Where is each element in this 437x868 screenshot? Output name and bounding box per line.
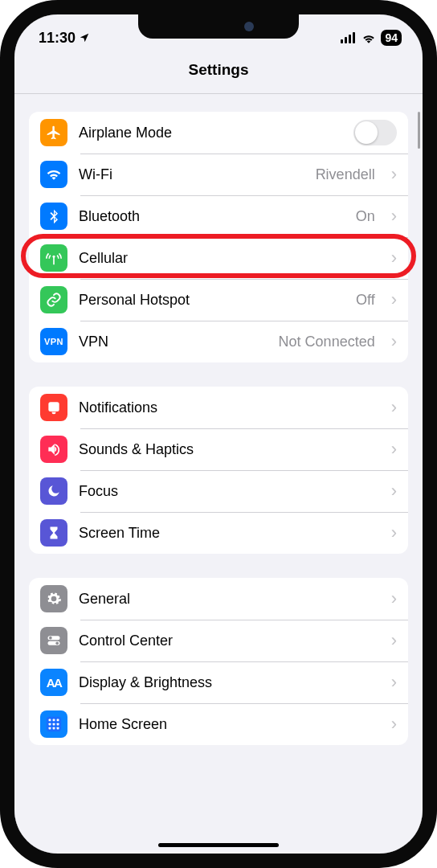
svg-rect-16: [49, 727, 51, 730]
row-detail: Off: [356, 292, 375, 309]
svg-rect-14: [53, 723, 55, 726]
settings-row-vpn[interactable]: VPNVPNNot Connected›: [29, 321, 408, 362]
wifi-icon: [40, 161, 67, 188]
homescreen-icon: [40, 710, 67, 738]
settings-row-focus[interactable]: Focus›: [29, 470, 408, 512]
scroll-indicator[interactable]: [418, 112, 420, 149]
hotspot-icon: [40, 286, 67, 313]
chevron-right-icon: ›: [391, 715, 397, 733]
row-label: Notifications: [79, 399, 375, 416]
svg-rect-2: [349, 35, 351, 43]
device-frame: 11:30 94 Settings Airplane ModeWi-FiRive…: [0, 0, 437, 868]
settings-row-control[interactable]: Control Center›: [29, 620, 408, 661]
settings-row-wifi[interactable]: Wi-FiRivendell›: [29, 154, 408, 195]
settings-row-notifications[interactable]: Notifications›: [29, 387, 408, 428]
row-label: Cellular: [79, 250, 375, 267]
bluetooth-icon: [40, 203, 67, 230]
battery-level: 94: [381, 30, 402, 46]
svg-rect-0: [341, 39, 343, 43]
row-label: General: [79, 591, 375, 608]
notch: [138, 14, 299, 39]
chevron-right-icon: ›: [391, 291, 397, 309]
settings-group: General›Control Center›AADisplay & Brigh…: [29, 578, 408, 745]
sounds-icon: [40, 436, 67, 463]
svg-rect-3: [353, 32, 355, 43]
row-detail: Not Connected: [279, 334, 375, 350]
chevron-right-icon: ›: [391, 440, 397, 458]
chevron-right-icon: ›: [391, 590, 397, 608]
settings-row-airplane[interactable]: Airplane Mode: [29, 112, 408, 154]
wifi-status-icon: [361, 32, 376, 43]
row-label: Personal Hotspot: [79, 292, 345, 309]
settings-row-cellular[interactable]: Cellular›: [29, 237, 408, 279]
svg-rect-4: [48, 402, 59, 411]
svg-rect-12: [57, 719, 59, 722]
svg-rect-11: [53, 719, 55, 722]
settings-row-hotspot[interactable]: Personal HotspotOff›: [29, 279, 408, 321]
chevron-right-icon: ›: [391, 207, 397, 225]
chevron-right-icon: ›: [391, 249, 397, 267]
display-icon: AA: [40, 669, 67, 696]
settings-group: Airplane ModeWi-FiRivendell›BluetoothOn›…: [29, 112, 408, 362]
chevron-right-icon: ›: [391, 674, 397, 691]
svg-rect-15: [57, 723, 59, 726]
notifications-icon: [40, 394, 67, 421]
row-label: Focus: [79, 483, 375, 500]
svg-point-6: [49, 637, 52, 640]
row-detail: Rivendell: [316, 166, 375, 183]
row-label: Sounds & Haptics: [79, 441, 375, 458]
status-time: 11:30: [39, 30, 76, 47]
svg-rect-18: [57, 727, 59, 730]
row-detail: On: [356, 208, 375, 225]
screentime-icon: [40, 519, 67, 547]
svg-rect-13: [49, 723, 51, 726]
focus-icon: [40, 477, 67, 505]
settings-row-homescreen[interactable]: Home Screen›: [29, 703, 408, 745]
svg-rect-1: [345, 37, 347, 43]
svg-rect-10: [49, 719, 51, 722]
chevron-right-icon: ›: [391, 632, 397, 649]
general-icon: [40, 585, 67, 612]
settings-row-general[interactable]: General›: [29, 578, 408, 620]
row-label: VPN: [79, 334, 268, 350]
svg-point-8: [55, 642, 59, 645]
settings-list[interactable]: Airplane ModeWi-FiRivendell›BluetoothOn›…: [14, 94, 423, 854]
settings-row-sounds[interactable]: Sounds & Haptics›: [29, 428, 408, 470]
settings-row-screentime[interactable]: Screen Time›: [29, 512, 408, 554]
page-title: Settings: [14, 53, 423, 94]
settings-row-bluetooth[interactable]: BluetoothOn›: [29, 195, 408, 237]
chevron-right-icon: ›: [391, 166, 397, 183]
chevron-right-icon: ›: [391, 399, 397, 416]
settings-group: Notifications›Sounds & Haptics›Focus›Scr…: [29, 387, 408, 554]
row-label: Airplane Mode: [79, 125, 342, 141]
row-label: Bluetooth: [79, 208, 345, 225]
chevron-right-icon: ›: [391, 333, 397, 350]
airplane-toggle[interactable]: [353, 120, 397, 145]
location-icon: [79, 32, 90, 43]
settings-row-display[interactable]: AADisplay & Brightness›: [29, 661, 408, 703]
row-label: Home Screen: [79, 716, 375, 733]
row-label: Control Center: [79, 633, 375, 649]
control-icon: [40, 627, 67, 654]
svg-rect-17: [53, 727, 55, 730]
home-indicator[interactable]: [158, 843, 279, 847]
chevron-right-icon: ›: [391, 482, 397, 500]
cellular-icon: [40, 244, 67, 272]
cellular-signal-icon: [341, 32, 357, 43]
row-label: Wi-Fi: [79, 166, 304, 183]
chevron-right-icon: ›: [391, 524, 397, 542]
airplane-icon: [40, 119, 67, 146]
row-label: Display & Brightness: [79, 674, 375, 691]
vpn-icon: VPN: [40, 328, 67, 355]
row-label: Screen Time: [79, 525, 375, 542]
